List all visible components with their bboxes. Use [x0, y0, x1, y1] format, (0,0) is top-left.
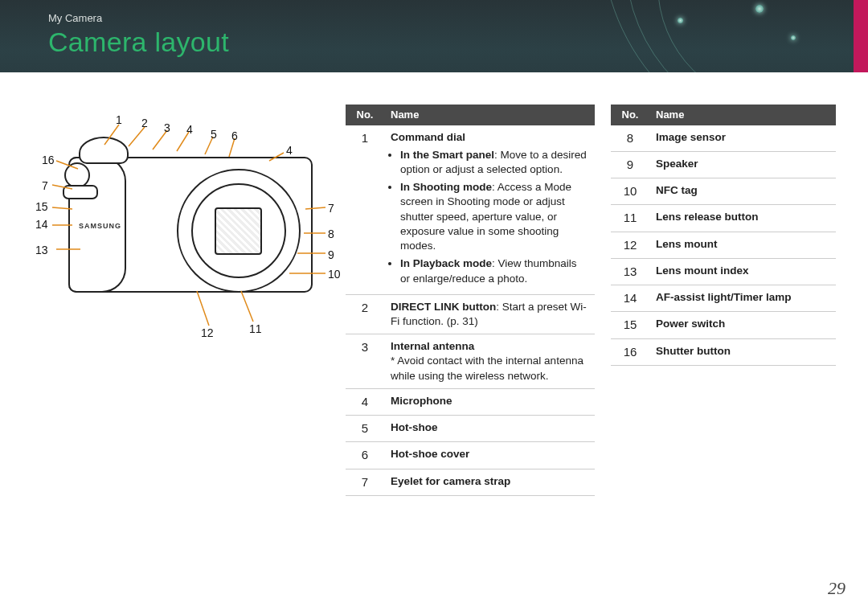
callout-label: 12 — [201, 326, 214, 341]
camera-logo: SAMSUNG — [79, 221, 121, 231]
callout-label: 14 — [35, 217, 48, 232]
table-row: 7Eyelet for camera strap — [346, 469, 595, 495]
callout-label: 9 — [328, 248, 334, 263]
row-description: NFC tag — [649, 178, 836, 205]
command-dial-outline — [79, 137, 129, 164]
callout-label: 16 — [42, 153, 55, 168]
row-description: Image sensor — [649, 125, 836, 152]
row-number: 10 — [611, 178, 649, 205]
row-description: Lens mount index — [649, 258, 836, 285]
callout-label: 1 — [116, 113, 122, 128]
table-row: 14AF-assist light/Timer lamp — [611, 285, 836, 312]
table-row: 3Internal antenna* Avoid contact with th… — [346, 334, 595, 389]
row-number: 8 — [611, 125, 649, 152]
table-row: 10NFC tag — [611, 178, 836, 205]
table-row: 16Shutter button — [611, 338, 836, 365]
row-number: 16 — [611, 338, 649, 365]
table-row: 5Hot-shoe — [346, 416, 595, 442]
table-row: 11Lens release button — [611, 205, 836, 232]
row-number: 12 — [611, 232, 649, 258]
row-number: 4 — [346, 388, 384, 415]
content: SAMSUNG 1 — [0, 72, 868, 615]
row-description: AF-assist light/Timer lamp — [649, 285, 836, 312]
page-number: 29 — [828, 576, 845, 601]
row-description: Shutter button — [649, 338, 836, 365]
table-row: 15Power switch — [611, 312, 836, 338]
callout-label: 7 — [42, 178, 48, 194]
callout-label: 15 — [35, 199, 48, 215]
band-dot — [791, 35, 796, 40]
row-number: 14 — [611, 285, 649, 312]
table-row: 4Microphone — [346, 388, 595, 415]
row-description: Microphone — [384, 388, 595, 415]
row-description: Lens mount — [649, 232, 836, 258]
row-number: 9 — [611, 151, 649, 178]
row-description: Command dialIn the Smart panel: Move to … — [384, 125, 595, 295]
callout-label: 3 — [164, 121, 170, 136]
row-number: 13 — [611, 258, 649, 285]
band-dot — [755, 5, 764, 13]
band-dot — [678, 18, 683, 23]
row-number: 15 — [611, 312, 649, 338]
table-row: 12Lens mount — [611, 232, 836, 258]
row-description: Hot-shoe cover — [384, 442, 595, 469]
callout-label: 4 — [186, 122, 193, 137]
table-row: 13Lens mount index — [611, 258, 836, 285]
row-number: 3 — [346, 334, 384, 389]
col-name: Name — [649, 105, 836, 125]
callout-label: 11 — [249, 322, 262, 337]
callout-label: 10 — [328, 267, 341, 282]
row-description: Hot-shoe — [384, 416, 595, 442]
parts-table-2: No. Name 8Image sensor9Speaker10NFC tag1… — [611, 105, 836, 366]
page: My Camera Camera layout SAMSUNG — [0, 0, 868, 615]
row-description: Lens release button — [649, 205, 836, 232]
power-switch-outline — [63, 185, 98, 199]
callout-label: 6 — [231, 129, 238, 144]
col-name: Name — [384, 105, 595, 125]
table-row: 8Image sensor — [611, 125, 836, 152]
breadcrumb: My Camera — [48, 11, 102, 26]
callout-label: 13 — [35, 243, 48, 258]
page-title: Camera layout — [48, 24, 229, 61]
row-description: Speaker — [649, 151, 836, 178]
row-description: DIRECT LINK button: Start a preset Wi-Fi… — [384, 294, 595, 334]
table-row: 9Speaker — [611, 151, 836, 178]
accent-strip — [854, 0, 868, 72]
row-number: 2 — [346, 294, 384, 334]
row-number: 11 — [611, 205, 649, 232]
svg-line-16 — [241, 291, 253, 322]
col-no: No. — [346, 105, 384, 125]
row-description: Eyelet for camera strap — [384, 469, 595, 495]
callout-label: 2 — [141, 116, 148, 131]
table-row: 2DIRECT LINK button: Start a preset Wi-F… — [346, 294, 595, 334]
callout-label: 5 — [211, 127, 217, 142]
callout-label: 4 — [286, 143, 293, 158]
col-no: No. — [611, 105, 649, 125]
row-description: Internal antenna* Avoid contact with the… — [384, 334, 595, 389]
row-description: Power switch — [649, 312, 836, 338]
row-number: 1 — [346, 125, 384, 295]
band-ring — [601, 0, 868, 72]
callout-label: 7 — [328, 201, 334, 216]
camera-diagram: SAMSUNG 1 — [48, 105, 330, 338]
row-number: 5 — [346, 416, 384, 442]
table-row: 6Hot-shoe cover — [346, 442, 595, 469]
image-sensor-outline — [215, 207, 262, 255]
row-number: 7 — [346, 469, 384, 495]
row-number: 6 — [346, 442, 384, 469]
svg-line-17 — [197, 291, 209, 326]
table-row: 1Command dialIn the Smart panel: Move to… — [346, 125, 595, 295]
callout-label: 8 — [328, 227, 334, 242]
parts-table-1: No. Name 1Command dialIn the Smart panel… — [346, 105, 595, 496]
